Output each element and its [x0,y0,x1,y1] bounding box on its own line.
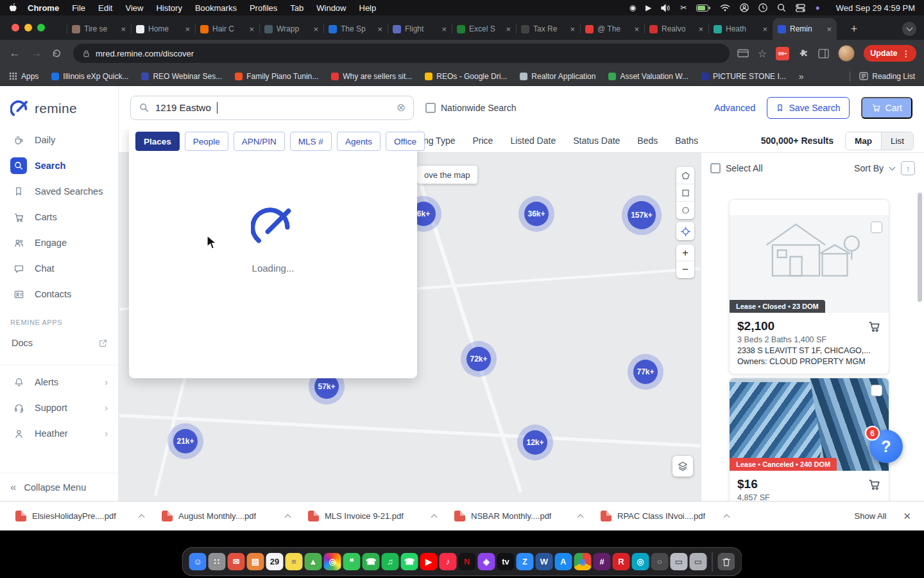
map-cluster-marker[interactable]: 36k+ [518,196,554,232]
chrome-menu-icon[interactable]: ⋮ [902,49,911,58]
sidebar-item-alerts[interactable]: Alerts › [0,369,118,395]
add-to-cart-icon[interactable] [868,478,881,491]
add-to-cart-icon[interactable] [868,320,881,333]
bookmark-item[interactable]: Family Piano Tunin... [235,72,318,81]
dock-app-icon[interactable]: ∷ [209,553,226,570]
clock-status-icon[interactable] [758,3,767,12]
sidebar-item-support[interactable]: Support › [0,395,118,421]
download-item[interactable]: NSBAR Monthly....pdf [445,502,592,530]
chevron-down-icon[interactable] [889,164,896,171]
draw-polygon-button[interactable] [676,167,694,184]
search-type-tab[interactable]: Places [135,132,180,151]
menubar-item[interactable]: Bookmarks [189,3,243,13]
bookmarks-overflow-icon[interactable]: » [799,71,804,82]
sidebar-item-daily[interactable]: Daily [0,127,118,153]
chevron-up-icon[interactable] [285,514,291,521]
download-item[interactable]: RPAC Class INvoi....pdf [592,502,738,530]
save-search-button[interactable]: Save Search [767,97,849,119]
dock-app-icon[interactable]: # [594,553,611,570]
bookmark-item[interactable]: Asset Valuation W... [608,72,689,81]
chevron-up-icon[interactable] [578,514,584,521]
dock-app-icon[interactable]: R [613,553,630,570]
payment-icon[interactable] [737,49,749,58]
bookmark-item[interactable]: PICTURE STONE I... [701,72,786,81]
control-center-icon[interactable] [796,4,805,12]
download-item[interactable]: ElsiesHolidayPre....pdf [6,502,153,530]
filter-chip[interactable]: Status Date [573,136,620,146]
locate-me-button[interactable] [676,222,694,240]
dock-app-icon[interactable]: ◈ [478,553,495,570]
chevron-up-icon[interactable] [724,514,730,521]
tab-close-icon[interactable]: × [570,24,575,34]
browser-tab[interactable]: Hair C × [195,18,259,40]
side-panel-icon[interactable] [818,49,829,58]
play-status-icon[interactable]: ▶ [646,4,651,12]
back-button[interactable]: ← [8,47,22,60]
list-view-button[interactable]: List [882,132,913,150]
window-minimize-button[interactable] [24,24,32,31]
map-layers-button[interactable] [672,456,693,477]
cart-button[interactable]: Cart [861,97,912,119]
wifi-icon[interactable] [720,4,730,12]
dock-app-icon[interactable]: ◎ [324,553,341,570]
update-button[interactable]: Update ⋮ [864,45,916,62]
dock-app-icon[interactable]: ☎ [401,553,418,570]
dock-app-icon[interactable]: ☎ [363,553,380,570]
tab-close-icon[interactable]: × [185,24,190,34]
menubar-item[interactable]: Edit [92,3,119,13]
bookmark-item[interactable]: REOs - Google Dri... [425,72,507,81]
dock-app-icon[interactable]: ▭ [671,553,688,570]
battery-icon[interactable] [696,4,710,12]
sidebar-item-saved-searches[interactable]: Saved Searches [0,179,118,204]
search-type-tab[interactable]: Agents [337,132,381,151]
browser-tab[interactable]: Home × [131,18,195,40]
menubar-item[interactable]: View [119,3,150,13]
record-status-icon[interactable]: ◉ [629,4,636,12]
search-input[interactable]: 1219 Eastwo ⊗ [130,96,414,120]
browser-tab[interactable]: The Sp × [323,18,388,40]
menubar-item[interactable]: Window [310,3,352,13]
search-type-tab[interactable]: People [185,132,228,151]
browser-tab[interactable]: Flight × [388,18,452,40]
dock-app-icon[interactable]: ○ [651,553,669,570]
new-tab-button[interactable]: + [846,21,862,37]
browser-tab[interactable]: Remin × [773,18,837,40]
dock-app-icon[interactable]: ◎ [632,553,649,570]
remine-logo[interactable]: remine [0,86,118,127]
select-all-checkbox[interactable] [710,163,721,173]
search-type-tab[interactable]: MLS # [290,132,332,151]
browser-tab[interactable]: Tax Re × [516,18,580,40]
sort-by-label[interactable]: Sort By [854,163,884,173]
zoom-out-button[interactable]: − [676,261,694,278]
filter-chip[interactable]: Price [472,136,493,146]
menubar-item[interactable]: File [65,3,92,13]
dock-app-icon[interactable]: 29 [266,553,284,570]
listing-checkbox[interactable] [871,385,882,396]
menubar-item[interactable]: History [150,3,188,13]
sidebar-item-carts[interactable]: Carts [0,204,118,230]
sidebar-item-search[interactable]: Search [0,153,118,179]
tab-close-icon[interactable]: × [826,24,832,34]
spotlight-icon[interactable] [777,3,786,12]
browser-tab[interactable]: Tire se × [67,18,131,40]
bookmark-item[interactable]: Realtor Application [520,72,595,81]
tab-close-icon[interactable]: × [634,24,639,34]
download-item[interactable]: August Monthly....pdf [153,502,299,530]
extension-badge[interactable]: 99+ [776,47,789,60]
listing-checkbox[interactable] [871,222,882,233]
tab-search-button[interactable] [902,22,916,36]
listing-card[interactable]: Lease • Canceled • 240 DOM $16 4,857 SF [729,378,889,501]
filter-chip[interactable]: Baths [675,136,698,146]
dock-app-icon[interactable]: ▲ [305,553,322,570]
dock-app-icon[interactable]: ♪ [440,553,457,570]
browser-tab[interactable]: Wrapp × [259,18,323,40]
draw-circle-button[interactable] [676,202,694,219]
forward-button[interactable]: → [30,47,44,60]
dock-app-icon[interactable]: ▭ [690,553,707,570]
menubar-clock[interactable]: Wed Sep 29 4:59 PM [836,3,915,13]
tab-close-icon[interactable]: × [121,24,126,34]
chevron-up-icon[interactable] [431,514,438,521]
map-cluster-marker[interactable]: 21k+ [167,423,203,459]
dock-app-icon[interactable]: N [459,553,476,570]
tab-close-icon[interactable]: × [313,24,318,34]
